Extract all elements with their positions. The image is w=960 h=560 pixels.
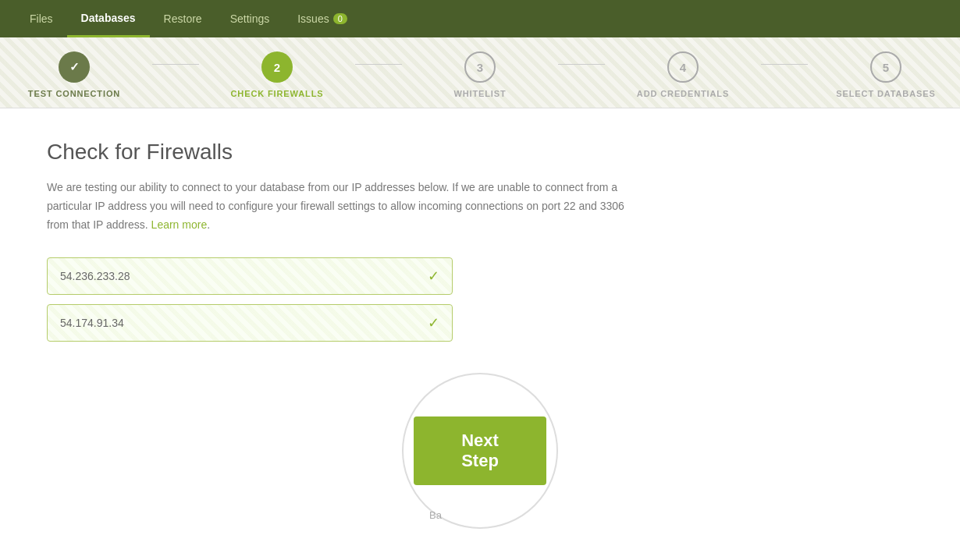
check-icon-1: ✓: [428, 268, 439, 285]
step-add-credentials[interactable]: 4 ADD CREDENTIALS: [605, 51, 761, 98]
step-select-databases[interactable]: 5 SELECT DATABASES: [808, 51, 960, 98]
nav-issues[interactable]: Issues 0: [283, 0, 361, 37]
ip-address-2: 54.174.91.34: [60, 317, 124, 329]
step-circle-3: 3: [464, 51, 496, 83]
check-icon-2: ✓: [428, 314, 439, 331]
step-connector-3: [558, 64, 605, 65]
top-nav: Files Databases Restore Settings Issues …: [0, 0, 960, 37]
step-connector-4: [761, 64, 808, 65]
step-test-connection[interactable]: ✓ TEST CONNECTION: [0, 51, 152, 98]
step-label-1: TEST CONNECTION: [28, 89, 120, 98]
ip-list: 54.236.233.28 ✓ 54.174.91.34 ✓: [47, 257, 453, 342]
step-circle-1: ✓: [59, 51, 90, 83]
step-wrapper: ✓ TEST CONNECTION 2 CHECK FIREWALLS 3 WH…: [0, 51, 960, 98]
main-content: Check for Firewalls We are testing our a…: [0, 108, 960, 560]
step-whitelist[interactable]: 3 WHITELIST: [402, 51, 558, 98]
next-step-circle: Next Step: [402, 373, 558, 529]
step-circle-5: 5: [870, 51, 901, 83]
step-circle-4: 4: [667, 51, 699, 83]
step-circle-2: 2: [261, 51, 293, 83]
description-text-1: We are testing our ability to connect to…: [47, 181, 624, 231]
ip-item-2: 54.174.91.34 ✓: [47, 304, 453, 342]
description-end: .: [207, 218, 210, 231]
next-step-button[interactable]: Next Step: [414, 416, 546, 485]
issues-badge: 0: [333, 13, 347, 24]
button-area: Ba Next Step: [47, 373, 913, 529]
page-description: We are testing our ability to connect to…: [47, 179, 624, 234]
nav-restore[interactable]: Restore: [150, 0, 216, 37]
learn-more-link[interactable]: Learn more: [151, 218, 208, 231]
nav-settings[interactable]: Settings: [216, 0, 284, 37]
step-label-5: SELECT DATABASES: [836, 89, 935, 98]
ip-item-1: 54.236.233.28 ✓: [47, 257, 453, 295]
nav-files[interactable]: Files: [16, 0, 67, 37]
step-check-firewalls[interactable]: 2 CHECK FIREWALLS: [199, 51, 355, 98]
page-title: Check for Firewalls: [47, 140, 913, 165]
step-connector-1: [152, 64, 199, 65]
step-label-2: CHECK FIREWALLS: [231, 89, 324, 98]
ip-address-1: 54.236.233.28: [60, 270, 130, 282]
step-connector-2: [355, 64, 402, 65]
step-label-4: ADD CREDENTIALS: [637, 89, 729, 98]
step-label-3: WHITELIST: [453, 89, 506, 98]
back-button[interactable]: Ba: [429, 509, 442, 521]
steps-progress: ✓ TEST CONNECTION 2 CHECK FIREWALLS 3 WH…: [0, 37, 960, 108]
nav-databases[interactable]: Databases: [67, 0, 150, 37]
